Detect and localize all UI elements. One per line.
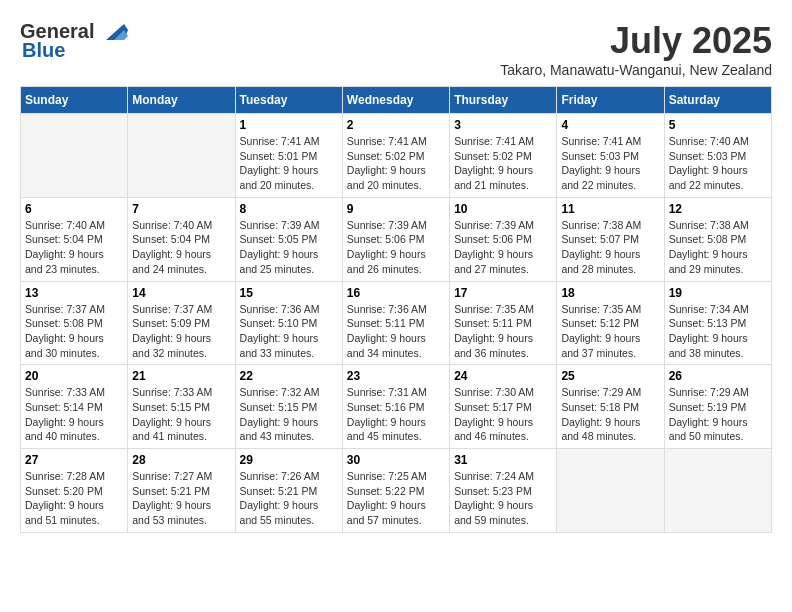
week-row-4: 20Sunrise: 7:33 AM Sunset: 5:14 PM Dayli… (21, 365, 772, 449)
calendar-cell: 6Sunrise: 7:40 AM Sunset: 5:04 PM Daylig… (21, 197, 128, 281)
day-number: 12 (669, 202, 767, 216)
day-info: Sunrise: 7:37 AM Sunset: 5:08 PM Dayligh… (25, 302, 123, 361)
calendar-cell: 9Sunrise: 7:39 AM Sunset: 5:06 PM Daylig… (342, 197, 449, 281)
month-year: July 2025 (500, 20, 772, 62)
calendar-cell: 5Sunrise: 7:40 AM Sunset: 5:03 PM Daylig… (664, 114, 771, 198)
day-info: Sunrise: 7:29 AM Sunset: 5:18 PM Dayligh… (561, 385, 659, 444)
calendar-cell: 22Sunrise: 7:32 AM Sunset: 5:15 PM Dayli… (235, 365, 342, 449)
logo-icon (96, 22, 128, 42)
week-row-1: 1Sunrise: 7:41 AM Sunset: 5:01 PM Daylig… (21, 114, 772, 198)
day-info: Sunrise: 7:29 AM Sunset: 5:19 PM Dayligh… (669, 385, 767, 444)
calendar-header-row: Sunday Monday Tuesday Wednesday Thursday… (21, 87, 772, 114)
day-number: 22 (240, 369, 338, 383)
day-number: 29 (240, 453, 338, 467)
calendar-cell: 24Sunrise: 7:30 AM Sunset: 5:17 PM Dayli… (450, 365, 557, 449)
day-number: 3 (454, 118, 552, 132)
calendar-cell: 30Sunrise: 7:25 AM Sunset: 5:22 PM Dayli… (342, 449, 449, 533)
day-number: 30 (347, 453, 445, 467)
week-row-3: 13Sunrise: 7:37 AM Sunset: 5:08 PM Dayli… (21, 281, 772, 365)
calendar-cell: 27Sunrise: 7:28 AM Sunset: 5:20 PM Dayli… (21, 449, 128, 533)
day-number: 26 (669, 369, 767, 383)
day-info: Sunrise: 7:36 AM Sunset: 5:10 PM Dayligh… (240, 302, 338, 361)
day-info: Sunrise: 7:41 AM Sunset: 5:03 PM Dayligh… (561, 134, 659, 193)
day-info: Sunrise: 7:28 AM Sunset: 5:20 PM Dayligh… (25, 469, 123, 528)
title-block: July 2025 Takaro, Manawatu-Wanganui, New… (500, 20, 772, 78)
calendar-cell: 18Sunrise: 7:35 AM Sunset: 5:12 PM Dayli… (557, 281, 664, 365)
week-row-5: 27Sunrise: 7:28 AM Sunset: 5:20 PM Dayli… (21, 449, 772, 533)
day-number: 9 (347, 202, 445, 216)
day-info: Sunrise: 7:26 AM Sunset: 5:21 PM Dayligh… (240, 469, 338, 528)
logo: General Blue (20, 20, 128, 62)
day-info: Sunrise: 7:37 AM Sunset: 5:09 PM Dayligh… (132, 302, 230, 361)
day-info: Sunrise: 7:38 AM Sunset: 5:08 PM Dayligh… (669, 218, 767, 277)
day-number: 7 (132, 202, 230, 216)
day-info: Sunrise: 7:33 AM Sunset: 5:15 PM Dayligh… (132, 385, 230, 444)
day-info: Sunrise: 7:31 AM Sunset: 5:16 PM Dayligh… (347, 385, 445, 444)
day-number: 20 (25, 369, 123, 383)
calendar-cell: 16Sunrise: 7:36 AM Sunset: 5:11 PM Dayli… (342, 281, 449, 365)
calendar-cell: 15Sunrise: 7:36 AM Sunset: 5:10 PM Dayli… (235, 281, 342, 365)
calendar-cell: 17Sunrise: 7:35 AM Sunset: 5:11 PM Dayli… (450, 281, 557, 365)
day-info: Sunrise: 7:40 AM Sunset: 5:04 PM Dayligh… (132, 218, 230, 277)
day-number: 17 (454, 286, 552, 300)
calendar-cell (557, 449, 664, 533)
day-info: Sunrise: 7:38 AM Sunset: 5:07 PM Dayligh… (561, 218, 659, 277)
day-info: Sunrise: 7:33 AM Sunset: 5:14 PM Dayligh… (25, 385, 123, 444)
calendar-cell: 10Sunrise: 7:39 AM Sunset: 5:06 PM Dayli… (450, 197, 557, 281)
calendar-cell: 2Sunrise: 7:41 AM Sunset: 5:02 PM Daylig… (342, 114, 449, 198)
day-info: Sunrise: 7:39 AM Sunset: 5:05 PM Dayligh… (240, 218, 338, 277)
calendar-cell: 14Sunrise: 7:37 AM Sunset: 5:09 PM Dayli… (128, 281, 235, 365)
calendar: Sunday Monday Tuesday Wednesday Thursday… (20, 86, 772, 533)
header-thursday: Thursday (450, 87, 557, 114)
day-info: Sunrise: 7:39 AM Sunset: 5:06 PM Dayligh… (347, 218, 445, 277)
calendar-cell: 1Sunrise: 7:41 AM Sunset: 5:01 PM Daylig… (235, 114, 342, 198)
day-number: 23 (347, 369, 445, 383)
day-info: Sunrise: 7:27 AM Sunset: 5:21 PM Dayligh… (132, 469, 230, 528)
day-info: Sunrise: 7:24 AM Sunset: 5:23 PM Dayligh… (454, 469, 552, 528)
calendar-cell: 12Sunrise: 7:38 AM Sunset: 5:08 PM Dayli… (664, 197, 771, 281)
day-info: Sunrise: 7:36 AM Sunset: 5:11 PM Dayligh… (347, 302, 445, 361)
day-info: Sunrise: 7:32 AM Sunset: 5:15 PM Dayligh… (240, 385, 338, 444)
day-info: Sunrise: 7:39 AM Sunset: 5:06 PM Dayligh… (454, 218, 552, 277)
day-number: 21 (132, 369, 230, 383)
calendar-cell (21, 114, 128, 198)
calendar-cell: 3Sunrise: 7:41 AM Sunset: 5:02 PM Daylig… (450, 114, 557, 198)
day-number: 8 (240, 202, 338, 216)
day-info: Sunrise: 7:35 AM Sunset: 5:11 PM Dayligh… (454, 302, 552, 361)
header-saturday: Saturday (664, 87, 771, 114)
calendar-cell: 8Sunrise: 7:39 AM Sunset: 5:05 PM Daylig… (235, 197, 342, 281)
day-number: 18 (561, 286, 659, 300)
location: Takaro, Manawatu-Wanganui, New Zealand (500, 62, 772, 78)
page-header: General Blue July 2025 Takaro, Manawatu-… (20, 20, 772, 78)
day-number: 16 (347, 286, 445, 300)
day-number: 24 (454, 369, 552, 383)
day-number: 6 (25, 202, 123, 216)
day-number: 28 (132, 453, 230, 467)
day-info: Sunrise: 7:41 AM Sunset: 5:01 PM Dayligh… (240, 134, 338, 193)
day-info: Sunrise: 7:41 AM Sunset: 5:02 PM Dayligh… (347, 134, 445, 193)
day-info: Sunrise: 7:30 AM Sunset: 5:17 PM Dayligh… (454, 385, 552, 444)
calendar-cell (128, 114, 235, 198)
header-wednesday: Wednesday (342, 87, 449, 114)
day-info: Sunrise: 7:34 AM Sunset: 5:13 PM Dayligh… (669, 302, 767, 361)
logo-blue: Blue (22, 39, 65, 62)
day-number: 2 (347, 118, 445, 132)
header-monday: Monday (128, 87, 235, 114)
day-number: 15 (240, 286, 338, 300)
calendar-cell: 29Sunrise: 7:26 AM Sunset: 5:21 PM Dayli… (235, 449, 342, 533)
calendar-cell: 26Sunrise: 7:29 AM Sunset: 5:19 PM Dayli… (664, 365, 771, 449)
day-info: Sunrise: 7:25 AM Sunset: 5:22 PM Dayligh… (347, 469, 445, 528)
calendar-cell: 20Sunrise: 7:33 AM Sunset: 5:14 PM Dayli… (21, 365, 128, 449)
day-info: Sunrise: 7:35 AM Sunset: 5:12 PM Dayligh… (561, 302, 659, 361)
day-info: Sunrise: 7:41 AM Sunset: 5:02 PM Dayligh… (454, 134, 552, 193)
calendar-cell: 19Sunrise: 7:34 AM Sunset: 5:13 PM Dayli… (664, 281, 771, 365)
calendar-cell: 31Sunrise: 7:24 AM Sunset: 5:23 PM Dayli… (450, 449, 557, 533)
day-number: 4 (561, 118, 659, 132)
calendar-cell: 21Sunrise: 7:33 AM Sunset: 5:15 PM Dayli… (128, 365, 235, 449)
calendar-cell: 28Sunrise: 7:27 AM Sunset: 5:21 PM Dayli… (128, 449, 235, 533)
day-number: 27 (25, 453, 123, 467)
header-tuesday: Tuesday (235, 87, 342, 114)
calendar-cell: 11Sunrise: 7:38 AM Sunset: 5:07 PM Dayli… (557, 197, 664, 281)
calendar-cell: 25Sunrise: 7:29 AM Sunset: 5:18 PM Dayli… (557, 365, 664, 449)
day-number: 5 (669, 118, 767, 132)
